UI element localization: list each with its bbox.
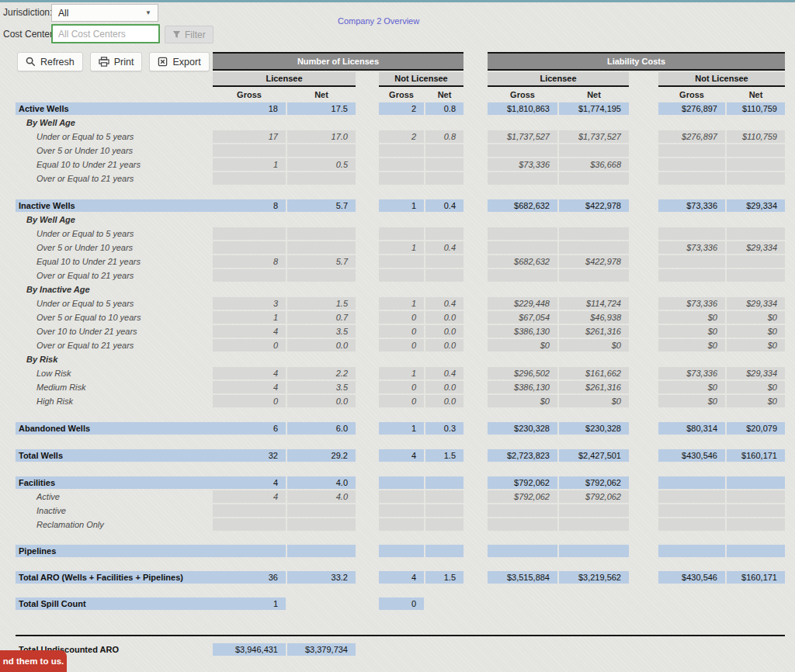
data-cell: $0: [658, 395, 725, 407]
data-cell: [559, 269, 629, 282]
data-cell: [727, 504, 785, 517]
data-cell: 0.0: [425, 339, 463, 352]
data-cell: [379, 476, 424, 489]
row-label: Reclamation Only: [16, 518, 213, 531]
data-cell: 0.0: [287, 395, 356, 407]
data-cell: [559, 518, 629, 531]
data-cell: [658, 504, 725, 517]
top-accent-bar: [0, 0, 795, 2]
data-cell: 0.0: [425, 395, 463, 407]
data-cell: 0.0: [425, 311, 463, 324]
data-cell: 0.0: [425, 381, 463, 393]
data-cell: 33.2: [287, 571, 356, 584]
data-cell: $80,314: [658, 422, 725, 435]
row-label: Low Risk: [16, 367, 213, 379]
report-table: Number of Licenses Liability Costs Licen…: [16, 52, 785, 657]
feedback-button[interactable]: nd them to us.: [0, 650, 67, 672]
table-row: Abandoned Wells66.010.3$230,328$230,328$…: [16, 422, 785, 435]
data-cell: [727, 172, 785, 185]
data-cell: [488, 504, 557, 517]
jurisdiction-dropdown[interactable]: All ▼: [51, 4, 158, 22]
jurisdiction-value: All: [58, 8, 68, 19]
row-label: Total ARO (Wells + Facilities + Pipeline…: [16, 571, 213, 584]
data-cell: [425, 172, 463, 185]
data-cell: $682,632: [488, 199, 557, 212]
data-cell: [425, 227, 463, 240]
group-header-row: Number of Licenses Liability Costs: [16, 52, 785, 71]
data-cell: 4: [213, 490, 286, 503]
data-cell: [727, 545, 785, 557]
data-cell: [727, 158, 785, 171]
data-cell: 2: [379, 102, 424, 115]
data-cell: $110,759: [727, 130, 785, 143]
company-overview-link[interactable]: Company 2 Overview: [338, 16, 419, 26]
data-cell: 4.0: [287, 476, 356, 489]
data-cell: [658, 545, 725, 557]
col-header-net: Net: [727, 90, 785, 99]
row-label: Over or Equal to 21 years: [16, 269, 213, 282]
data-cell: $73,336: [658, 367, 725, 379]
data-cell: 1.5: [425, 571, 463, 584]
table-row: Over 10 to Under 21 years43.500.0$386,13…: [16, 325, 785, 338]
data-cell: 6.0: [287, 422, 356, 435]
row-label: Over or Equal to 21 years: [16, 172, 213, 185]
row-label: Under or Equal to 5 years: [16, 130, 213, 143]
row-label: By Inactive Age: [16, 283, 213, 296]
data-cell: $430,546: [658, 449, 725, 462]
row-label: By Well Age: [16, 213, 213, 226]
cost-center-input[interactable]: [51, 24, 160, 43]
data-cell: [559, 144, 629, 157]
data-cell: $73,336: [658, 241, 725, 254]
data-cell: [425, 255, 463, 268]
row-label: Over 5 or Under 10 years: [16, 241, 213, 254]
data-cell: $430,546: [658, 571, 725, 584]
table-row: Facilities44.0$792,062$792,062: [16, 476, 785, 489]
data-cell: $0: [727, 395, 785, 407]
row-label: Active: [16, 490, 213, 503]
data-cell: [379, 144, 424, 157]
filter-button[interactable]: Filter: [165, 26, 214, 43]
data-cell: $3,946,431: [213, 643, 286, 656]
data-cell: $114,724: [559, 297, 629, 310]
table-row: By Inactive Age: [16, 283, 785, 296]
subheader-not-licensee-2: Not Licensee: [658, 72, 785, 87]
data-cell: [425, 144, 463, 157]
row-label: Pipelines: [16, 545, 213, 557]
row-label: Over 5 or Under 10 years: [16, 144, 213, 157]
data-cell: 2.2: [287, 367, 356, 379]
data-cell: $3,219,562: [559, 571, 629, 584]
data-cell: $0: [658, 325, 725, 338]
data-cell: [213, 144, 286, 157]
data-cell: [727, 269, 785, 282]
data-cell: [379, 518, 424, 531]
data-cell: [213, 241, 286, 254]
data-cell: $0: [727, 339, 785, 352]
data-cell: [488, 227, 557, 240]
data-cell: [379, 504, 424, 517]
data-cell: 17.0: [287, 130, 356, 143]
table-row: Medium Risk43.500.0$386,130$261,316$0$0: [16, 381, 785, 393]
data-cell: $29,334: [727, 199, 785, 212]
subgroup-header-row: Licensee Not Licensee Licensee Not Licen…: [16, 72, 785, 87]
data-cell: $792,062: [559, 476, 629, 489]
table-row: Reclamation Only: [16, 518, 785, 531]
data-cell: $386,130: [488, 325, 557, 338]
data-cell: [287, 518, 356, 531]
data-cell: $682,632: [488, 255, 557, 268]
data-cell: [213, 172, 286, 185]
row-spacer: [16, 585, 785, 598]
table-row: Equal 10 to Under 21 years10.5$73,336$36…: [16, 158, 785, 171]
row-label: By Well Age: [16, 116, 213, 129]
data-cell: $792,062: [559, 490, 629, 503]
data-cell: [559, 172, 629, 185]
data-cell: 4: [379, 571, 424, 584]
row-label: Facilities: [16, 476, 213, 489]
data-cell: 1: [213, 158, 286, 171]
data-cell: $792,062: [488, 476, 557, 489]
row-spacer: [16, 611, 785, 635]
data-cell: $1,737,527: [559, 130, 629, 143]
data-cell: [425, 476, 463, 489]
data-cell: [213, 518, 286, 531]
data-cell: [727, 476, 785, 489]
data-cell: [287, 241, 356, 254]
